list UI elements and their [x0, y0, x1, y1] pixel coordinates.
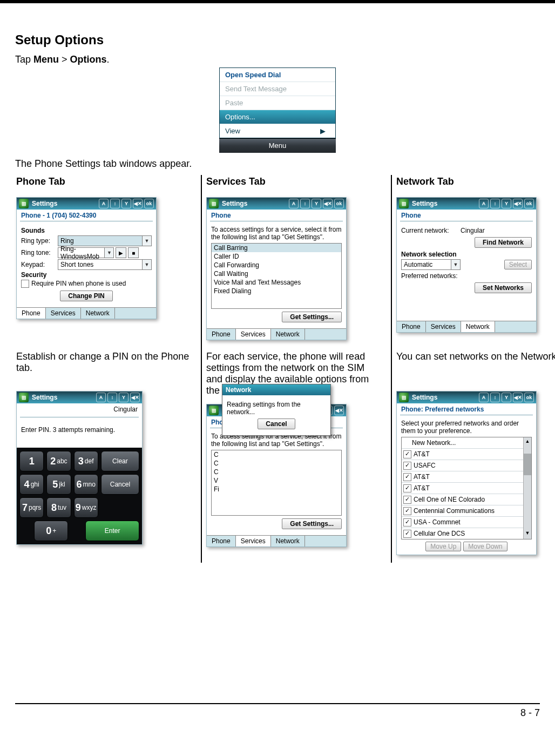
key-7[interactable]: 7pqrs	[19, 497, 44, 518]
change-pin-button[interactable]: Change PIN	[60, 291, 112, 301]
table-row[interactable]: AT&T	[402, 471, 523, 483]
key-6[interactable]: 6mno	[74, 474, 98, 495]
lock-icon[interactable]: A	[479, 393, 489, 402]
table-row[interactable]: Cellular One DCS	[402, 528, 523, 539]
scroll-up-icon[interactable]: ▲	[524, 437, 531, 445]
list-item[interactable]: Caller ID	[212, 252, 341, 261]
cancel-button[interactable]: Cancel	[258, 418, 295, 429]
tab-phone[interactable]: Phone	[207, 329, 236, 340]
signal-icon[interactable]: Y	[502, 393, 511, 402]
net-checkbox[interactable]	[403, 484, 411, 492]
tab-network[interactable]: Network	[271, 329, 305, 340]
volume-icon[interactable]: ◀✕	[130, 393, 140, 402]
tab-services[interactable]: Services	[236, 329, 271, 340]
table-row[interactable]: New Network...	[402, 437, 523, 449]
tab-network[interactable]: Network	[81, 308, 115, 319]
set-networks-button[interactable]: Set Networks	[475, 282, 532, 293]
menu-open-speed-dial[interactable]: Open Speed Dial	[220, 68, 335, 82]
find-network-button[interactable]: Find Network	[475, 237, 532, 248]
list-item[interactable]: Voice Mail and Text Messages	[212, 278, 341, 287]
scroll-down-icon[interactable]: ▼	[524, 529, 531, 537]
menu-view[interactable]: View▶	[220, 124, 335, 138]
ok-button[interactable]: ok	[334, 199, 344, 208]
net-checkbox[interactable]	[403, 450, 411, 458]
lock-icon[interactable]: A	[96, 393, 106, 402]
pin-checkbox[interactable]	[21, 280, 29, 288]
start-icon[interactable]: ⊞	[19, 199, 29, 208]
network-mode-select[interactable]: Automatic▼	[401, 259, 461, 270]
net-checkbox[interactable]	[403, 496, 411, 504]
tab-network[interactable]: Network	[461, 321, 495, 332]
tab-services[interactable]: Services	[426, 321, 461, 332]
key-4[interactable]: 4ghi	[19, 474, 44, 495]
tab-phone[interactable]: Phone	[207, 536, 236, 546]
signal-icon[interactable]: Y	[121, 199, 131, 208]
key-2[interactable]: 2abc	[46, 451, 71, 471]
stop-button[interactable]: ■	[128, 247, 139, 258]
menu-options[interactable]: Options...	[220, 110, 335, 124]
tab-services[interactable]: Services	[46, 308, 81, 319]
sync-icon[interactable]: ↕	[300, 199, 310, 208]
list-item[interactable]: Fixed Dialing	[212, 287, 341, 295]
key-clear[interactable]: Clear	[101, 451, 139, 471]
net-checkbox[interactable]	[403, 462, 411, 470]
table-row[interactable]: Cell One of NE Colorado	[402, 494, 523, 505]
table-row[interactable]: USA - Commnet	[402, 517, 523, 528]
ring-tone-select[interactable]: Ring-WindowsMob▼	[58, 247, 114, 258]
table-row[interactable]: USAFC	[402, 460, 523, 471]
scroll-thumb[interactable]	[524, 454, 531, 475]
networks-table[interactable]: New Network... AT&T USAFC AT&T AT&T Cell…	[401, 437, 532, 539]
start-icon[interactable]: ⊞	[209, 406, 219, 415]
key-enter[interactable]: Enter	[85, 521, 139, 541]
services-list[interactable]: Call Barring Caller ID Call Forwarding C…	[211, 243, 342, 309]
key-cancel[interactable]: Cancel	[101, 474, 139, 495]
play-button[interactable]: ▶	[116, 247, 126, 258]
tab-network[interactable]: Network	[271, 536, 305, 546]
start-icon[interactable]: ⊞	[399, 393, 409, 402]
key-9[interactable]: 9wxyz	[74, 497, 98, 518]
tab-phone[interactable]: Phone	[17, 308, 46, 319]
list-item[interactable]: Call Forwarding	[212, 261, 341, 269]
volume-icon[interactable]: ◀✕	[334, 406, 344, 415]
softkey-menu[interactable]: Menu	[219, 138, 336, 153]
key-0[interactable]: 0+	[34, 521, 68, 541]
start-icon[interactable]: ⊞	[399, 199, 409, 208]
volume-icon[interactable]: ◀✕	[323, 199, 333, 208]
get-settings-button[interactable]: Get Settings...	[282, 518, 342, 529]
net-checkbox[interactable]	[403, 530, 411, 538]
table-row[interactable]: AT&T	[402, 483, 523, 494]
lock-icon[interactable]: A	[289, 199, 299, 208]
key-8[interactable]: 8tuv	[46, 497, 71, 518]
sync-icon[interactable]: ↕	[107, 393, 117, 402]
volume-icon[interactable]: ◀✕	[133, 199, 143, 208]
volume-icon[interactable]: ◀✕	[513, 393, 523, 402]
key-5[interactable]: 5jkl	[46, 474, 71, 495]
key-1[interactable]: 1	[19, 451, 44, 471]
key-3[interactable]: 3def	[74, 451, 98, 471]
signal-icon[interactable]: Y	[119, 393, 128, 402]
tab-services[interactable]: Services	[236, 536, 271, 546]
lock-icon[interactable]: A	[99, 199, 109, 208]
ok-button[interactable]: ok	[524, 199, 534, 208]
signal-icon[interactable]: Y	[502, 199, 511, 208]
table-row[interactable]: AT&T	[402, 449, 523, 460]
get-settings-button[interactable]: Get Settings...	[282, 312, 342, 322]
sync-icon[interactable]: ↕	[110, 199, 120, 208]
list-item[interactable]: Call Waiting	[212, 269, 341, 278]
lock-icon[interactable]: A	[479, 199, 489, 208]
ok-button[interactable]: ok	[524, 393, 534, 402]
start-icon[interactable]: ⊞	[209, 199, 219, 208]
scrollbar[interactable]: ▲ ▼	[523, 437, 531, 539]
table-row[interactable]: Centennial Communications	[402, 505, 523, 517]
net-checkbox[interactable]	[403, 473, 411, 481]
ring-type-select[interactable]: Ring▼	[58, 235, 152, 246]
volume-icon[interactable]: ◀✕	[513, 199, 523, 208]
list-item[interactable]: Call Barring	[212, 244, 341, 252]
keypad-select[interactable]: Short tones▼	[58, 259, 152, 270]
ok-button[interactable]: ok	[144, 199, 154, 208]
sync-icon[interactable]: ↕	[490, 393, 500, 402]
sync-icon[interactable]: ↕	[490, 199, 500, 208]
start-icon[interactable]: ⊞	[19, 393, 29, 402]
pin-checkbox-row[interactable]: Require PIN when phone is used	[21, 280, 152, 288]
net-checkbox[interactable]	[403, 507, 411, 515]
